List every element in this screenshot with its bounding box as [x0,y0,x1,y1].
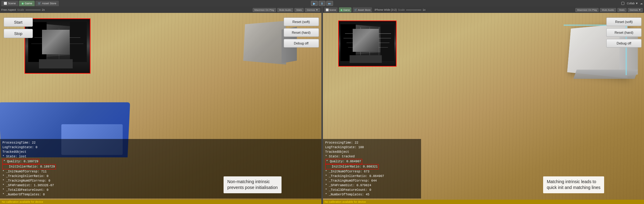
reset-hard-btn-left[interactable]: Reset (hard) [284,28,319,37]
maximize-on-play-btn-right[interactable]: Maximize On Play [575,8,599,12]
scale-label-right: Scale [398,8,405,11]
gizmos-btn-right[interactable]: Gizmos ▼ [628,8,643,12]
mute-audio-btn-left[interactable]: Mute Audio [277,8,293,12]
debug-line-7: * _InitNumOfCorresp: 711 [2,169,319,174]
caption-left: Non-matching intrinsicprevents pose init… [224,176,281,193]
tab-assetstore-left[interactable]: 🛒 Asset Store [35,1,59,6]
debug-off-btn-right[interactable]: Debug off [606,39,642,48]
debug-r-line-6: InitInlierRatio: 0.808321 [325,164,379,169]
debug-line-3: TrackedObject [2,150,319,154]
gizmos-btn-left[interactable]: Gizmos ▼ [305,8,320,12]
debug-overlay-right: ProcessingTime: 22 LogTrackingState: 100… [323,139,421,198]
debug-r-line-10: * _SFHFrameDist: 0.979824 [325,183,419,188]
store-icon: 🛒 [38,2,41,5]
reset-soft-btn-right[interactable]: Reset (soft) [606,17,642,26]
stats-btn-left[interactable]: Stats [294,8,304,12]
tab-scene-left[interactable]: ⬜ left Scene [1,1,18,6]
game-icon: ◉ [21,2,24,5]
collab-label[interactable]: Collab ▼ [627,2,638,5]
tab-game-left[interactable]: ◉ Game [19,1,35,6]
scale-value-left: 2x [42,8,45,11]
debug-line-1: ProcessingTime: 22 [2,140,319,145]
debug-r-line-12: * _NumberOfTemplates: 45 [325,192,419,197]
camera-feed-right [338,21,397,67]
viewport-right: Reset (soft) Reset (hard) Debug off Proc… [323,13,644,204]
scene-icon: ⬜ [4,2,7,5]
pause-button[interactable]: ⏸ [319,1,325,6]
debug-line-6: InitInlierRatio: 0.189729 [2,164,56,169]
debug-line-2: LogTrackingState: 0 [2,145,319,150]
step-button[interactable]: ⏭ [326,1,333,6]
debug-r-line-1: ProcessingTime: 22 [325,140,419,145]
maximize-on-play-btn-left[interactable]: Maximize On Play [253,8,276,12]
collab-checkbox [621,2,624,5]
aspect-label-right[interactable]: iPhone Wide (3:2) [374,8,397,11]
store-icon-right: 🛒 [354,9,357,11]
scale-label-left: Scale [17,8,24,11]
scene-icon-right: ⬜ [326,9,329,11]
scale-value-right: 1x [423,8,426,11]
warning-bar-right: No calibration available for device [323,200,644,204]
stop-button[interactable]: Stop [4,29,33,38]
debug-off-btn-left[interactable]: Debug off [284,39,319,48]
debug-r-line-4: * State: tracked [325,154,419,159]
debug-r-line-7: * _InitNumOfCorresp: 673 [325,169,419,174]
debug-r-line-9: * _TrackingNumOfCorresp: 644 [325,179,419,183]
debug-line-4: * State: lost [2,154,319,159]
mute-audio-btn-right[interactable]: Mute Audio [600,8,616,12]
debug-r-line-5: * Quality: 0.864907 [325,159,362,164]
debug-line-5: * Quality: 0.189729 [2,159,39,164]
tab-scene-right[interactable]: ⬜ Scene [324,7,338,12]
caption-right: Matching intrinsic leads toquick init an… [543,176,604,193]
reset-hard-btn-right[interactable]: Reset (hard) [606,28,642,37]
start-button[interactable]: Start [4,17,33,27]
debug-r-line-2: LogTrackingState: 100 [325,145,419,150]
play-button[interactable]: ▶ [311,1,318,6]
warning-bar-left: No calibration available for device [0,200,321,204]
tab-assetstore-right[interactable]: 🛒 Asset Store [353,7,372,12]
reset-soft-btn-left[interactable]: Reset (soft) [284,17,319,26]
debug-r-line-3: TrackedObject [325,150,419,154]
debug-r-line-11: * _Total3DFeatureCount: 0 [325,188,419,192]
free-aspect-label[interactable]: Free Aspect [1,8,16,11]
debug-r-line-8: * _TrackingInlierRatio: 0.864907 [325,174,419,179]
viewport-left: Start Stop Reset (soft) Reset (hard) Deb… [0,13,321,204]
tab-game-right[interactable]: ◉ Game [339,7,351,12]
scale-slider-right[interactable] [406,10,421,10]
scale-slider-left[interactable] [25,10,41,10]
stats-btn-right[interactable]: Stats [617,8,627,12]
cloud-icon[interactable]: ☁ [640,2,643,5]
camera-feed-left [25,18,90,74]
game-icon-right: ◉ [340,9,343,11]
